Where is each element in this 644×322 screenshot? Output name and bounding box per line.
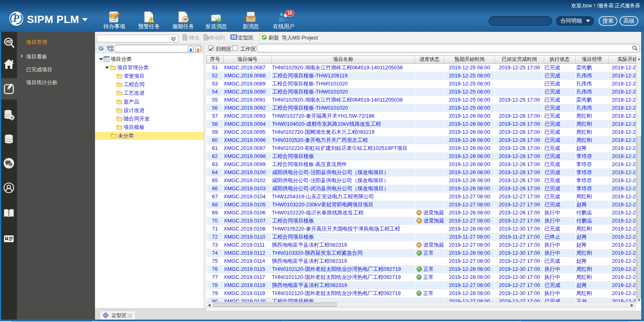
svg-text:SIPM: SIPM [7,41,12,43]
